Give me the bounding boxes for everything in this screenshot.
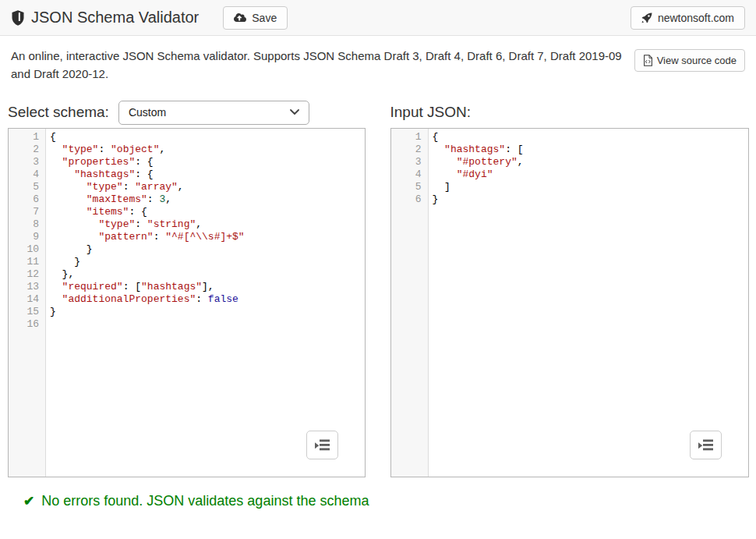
- schema-format-button[interactable]: [306, 431, 338, 459]
- check-icon: ✔: [23, 495, 34, 508]
- rocket-icon: [641, 12, 652, 23]
- schema-column: Select schema: Custom 123456789101112131…: [8, 99, 366, 477]
- newtonsoft-link-label: newtonsoft.com: [658, 12, 734, 24]
- indent-icon: [314, 438, 330, 452]
- view-source-button[interactable]: View source code: [634, 49, 745, 72]
- save-button[interactable]: Save: [223, 6, 288, 30]
- app-brand: JSON Schema Validator: [11, 9, 199, 27]
- schema-select-dropdown[interactable]: Custom: [118, 101, 309, 125]
- cloud-upload-icon: [234, 12, 246, 23]
- json-format-button[interactable]: [690, 431, 722, 459]
- chevron-down-icon: [290, 109, 299, 115]
- workspace: Select schema: Custom 123456789101112131…: [0, 99, 756, 477]
- newtonsoft-link-button[interactable]: newtonsoft.com: [631, 6, 745, 30]
- indent-icon: [698, 438, 714, 452]
- json-editor: 123456 { "hashtags": [ "#pottery", "#dyi…: [390, 128, 750, 477]
- schema-code-area[interactable]: { "type": "object", "properties": { "has…: [46, 129, 365, 477]
- json-code-area[interactable]: { "hashtags": [ "#pottery", "#dyi" ]}: [429, 129, 749, 477]
- json-panel-head: Input JSON:: [390, 99, 750, 126]
- intro-section: An online, interactive JSON Schema valid…: [0, 36, 756, 83]
- shield-icon: [11, 9, 25, 27]
- json-editor-gutter: 123456: [391, 129, 429, 477]
- validation-message: No errors found. JSON validates against …: [41, 493, 369, 509]
- schema-select-value: Custom: [129, 106, 166, 119]
- app-description: An online, interactive JSON Schema valid…: [11, 48, 634, 83]
- page-title: JSON Schema Validator: [31, 9, 199, 27]
- file-code-icon: [643, 55, 653, 66]
- view-source-label: View source code: [657, 55, 737, 66]
- save-button-label: Save: [252, 12, 277, 24]
- schema-editor-gutter: 12345678910111213141516: [9, 129, 46, 477]
- validation-status: ✔ No errors found. JSON validates agains…: [23, 493, 756, 509]
- schema-editor: 12345678910111213141516 { "type": "objec…: [8, 128, 366, 477]
- schema-panel-head: Select schema: Custom: [8, 99, 366, 126]
- select-schema-label: Select schema:: [8, 104, 109, 121]
- input-json-label: Input JSON:: [390, 104, 472, 121]
- navbar: JSON Schema Validator Save newtonsoft.co…: [0, 0, 756, 36]
- json-column: Input JSON: 123456 { "hashtags": [ "#pot…: [390, 99, 750, 477]
